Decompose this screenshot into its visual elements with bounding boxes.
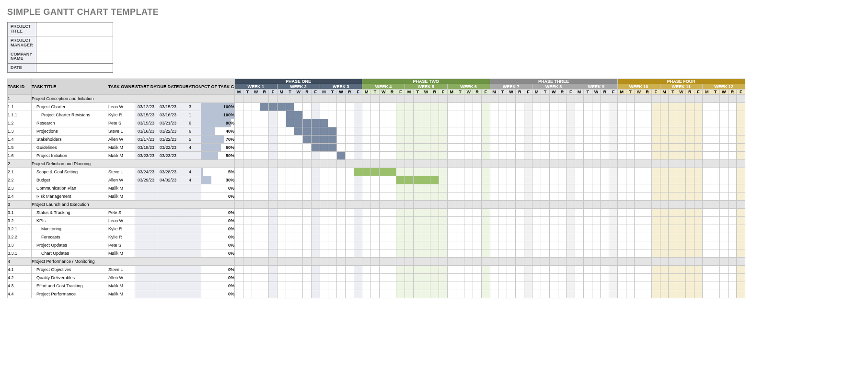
- duration-cell[interactable]: [179, 233, 201, 241]
- due-date-cell[interactable]: 03/21/23: [157, 119, 179, 127]
- start-date-cell[interactable]: [135, 217, 157, 225]
- task-title-cell[interactable]: Guidelines: [32, 144, 108, 152]
- task-title-cell[interactable]: Chart Updates: [32, 249, 108, 258]
- due-date-cell[interactable]: 03/22/23: [157, 144, 179, 152]
- start-date-cell[interactable]: 03/23/23: [135, 152, 157, 160]
- pct-complete-cell[interactable]: 50%: [201, 152, 235, 160]
- duration-cell[interactable]: 6: [179, 127, 201, 136]
- task-title-cell[interactable]: Project Charter Revisions: [32, 111, 108, 119]
- task-owner-cell[interactable]: Leon W: [108, 217, 135, 225]
- task-owner-cell[interactable]: Kylie R: [108, 225, 135, 233]
- task-title-cell[interactable]: KPIs: [32, 217, 108, 225]
- task-owner-cell[interactable]: Steve L: [108, 168, 135, 176]
- pct-complete-cell[interactable]: 0%: [201, 217, 235, 225]
- pct-complete-cell[interactable]: 70%: [201, 136, 235, 144]
- duration-cell[interactable]: 4: [179, 176, 201, 184]
- pct-complete-cell[interactable]: 100%: [201, 103, 235, 111]
- task-owner-cell[interactable]: Malik M: [108, 249, 135, 258]
- task-title-cell[interactable]: Scope & Goal Setting: [32, 168, 108, 176]
- task-title-cell[interactable]: Communication Plan: [32, 184, 108, 192]
- task-title-cell[interactable]: Projections: [32, 127, 108, 136]
- duration-cell[interactable]: [179, 282, 201, 290]
- task-owner-cell[interactable]: Allen W: [108, 136, 135, 144]
- meta-value[interactable]: [36, 50, 113, 64]
- pct-complete-cell[interactable]: 0%: [201, 184, 235, 192]
- task-title-cell[interactable]: Project Initiation: [32, 152, 108, 160]
- duration-cell[interactable]: 4: [179, 144, 201, 152]
- pct-complete-cell[interactable]: 0%: [201, 241, 235, 249]
- due-date-cell[interactable]: [157, 192, 179, 201]
- due-date-cell[interactable]: [157, 282, 179, 290]
- due-date-cell[interactable]: [157, 217, 179, 225]
- start-date-cell[interactable]: 03/18/23: [135, 144, 157, 152]
- task-owner-cell[interactable]: Malik M: [108, 290, 135, 298]
- due-date-cell[interactable]: [157, 209, 179, 217]
- task-owner-cell[interactable]: Malik M: [108, 192, 135, 201]
- pct-complete-cell[interactable]: 0%: [201, 209, 235, 217]
- pct-complete-cell[interactable]: 0%: [201, 266, 235, 274]
- due-date-cell[interactable]: 03/22/23: [157, 127, 179, 136]
- duration-cell[interactable]: 6: [179, 119, 201, 127]
- due-date-cell[interactable]: [157, 290, 179, 298]
- task-owner-cell[interactable]: Kylie R: [108, 111, 135, 119]
- task-title-cell[interactable]: Budget: [32, 176, 108, 184]
- start-date-cell[interactable]: 03/15/23: [135, 119, 157, 127]
- pct-complete-cell[interactable]: 0%: [201, 225, 235, 233]
- task-owner-cell[interactable]: Kylie R: [108, 233, 135, 241]
- task-owner-cell[interactable]: Steve L: [108, 127, 135, 136]
- task-title-cell[interactable]: Project Updates: [32, 241, 108, 249]
- task-title-cell[interactable]: Status & Tracking: [32, 209, 108, 217]
- due-date-cell[interactable]: [157, 249, 179, 258]
- task-title-cell[interactable]: Forecasts: [32, 233, 108, 241]
- start-date-cell[interactable]: 03/15/23: [135, 111, 157, 119]
- pct-complete-cell[interactable]: 0%: [201, 274, 235, 282]
- pct-complete-cell[interactable]: 100%: [201, 111, 235, 119]
- due-date-cell[interactable]: [157, 225, 179, 233]
- due-date-cell[interactable]: [157, 241, 179, 249]
- start-date-cell[interactable]: [135, 249, 157, 258]
- pct-complete-cell[interactable]: 0%: [201, 249, 235, 258]
- pct-complete-cell[interactable]: 0%: [201, 282, 235, 290]
- start-date-cell[interactable]: 03/17/23: [135, 136, 157, 144]
- duration-cell[interactable]: [179, 152, 201, 160]
- meta-value[interactable]: [36, 64, 113, 73]
- start-date-cell[interactable]: [135, 290, 157, 298]
- start-date-cell[interactable]: [135, 225, 157, 233]
- start-date-cell[interactable]: [135, 282, 157, 290]
- task-title-cell[interactable]: Stakeholders: [32, 136, 108, 144]
- pct-complete-cell[interactable]: 0%: [201, 192, 235, 201]
- task-owner-cell[interactable]: Pete S: [108, 209, 135, 217]
- start-date-cell[interactable]: 03/16/23: [135, 127, 157, 136]
- duration-cell[interactable]: [179, 274, 201, 282]
- task-owner-cell[interactable]: Malik M: [108, 184, 135, 192]
- task-owner-cell[interactable]: Allen W: [108, 176, 135, 184]
- start-date-cell[interactable]: 03/29/23: [135, 176, 157, 184]
- task-owner-cell[interactable]: Leon W: [108, 103, 135, 111]
- duration-cell[interactable]: [179, 184, 201, 192]
- pct-complete-cell[interactable]: 5%: [201, 168, 235, 176]
- duration-cell[interactable]: 5: [179, 136, 201, 144]
- duration-cell[interactable]: [179, 225, 201, 233]
- pct-complete-cell[interactable]: 60%: [201, 144, 235, 152]
- start-date-cell[interactable]: [135, 266, 157, 274]
- pct-complete-cell[interactable]: 0%: [201, 233, 235, 241]
- due-date-cell[interactable]: 03/23/23: [157, 152, 179, 160]
- start-date-cell[interactable]: [135, 233, 157, 241]
- start-date-cell[interactable]: [135, 192, 157, 201]
- start-date-cell[interactable]: [135, 209, 157, 217]
- duration-cell[interactable]: 4: [179, 168, 201, 176]
- task-owner-cell[interactable]: Allen W: [108, 274, 135, 282]
- duration-cell[interactable]: [179, 290, 201, 298]
- due-date-cell[interactable]: [157, 184, 179, 192]
- duration-cell[interactable]: [179, 266, 201, 274]
- start-date-cell[interactable]: 03/12/23: [135, 103, 157, 111]
- meta-value[interactable]: [36, 23, 113, 36]
- task-title-cell[interactable]: Risk Management: [32, 192, 108, 201]
- start-date-cell[interactable]: [135, 274, 157, 282]
- task-title-cell[interactable]: Quality Deliverables: [32, 274, 108, 282]
- due-date-cell[interactable]: [157, 266, 179, 274]
- pct-complete-cell[interactable]: 0%: [201, 290, 235, 298]
- start-date-cell[interactable]: [135, 184, 157, 192]
- task-title-cell[interactable]: Project Performance: [32, 290, 108, 298]
- task-owner-cell[interactable]: Pete S: [108, 119, 135, 127]
